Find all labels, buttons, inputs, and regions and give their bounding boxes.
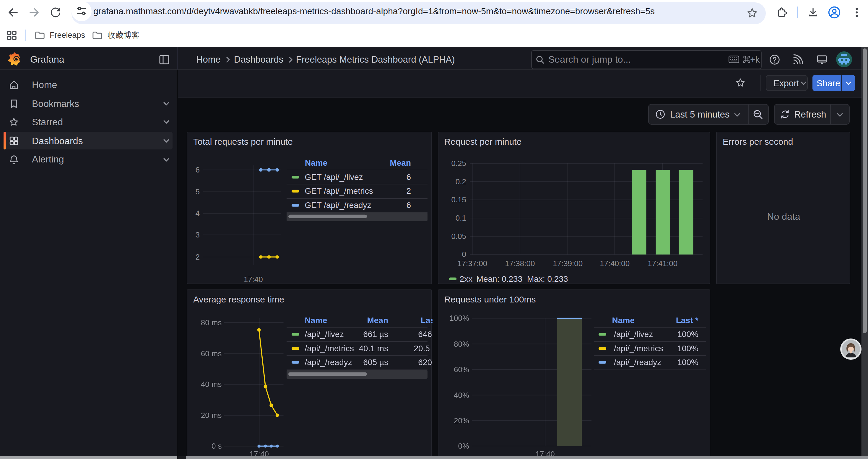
svg-text:100%: 100% — [677, 330, 699, 339]
svg-text:Name: Name — [612, 316, 634, 325]
svg-text:17:39:00: 17:39:00 — [553, 259, 582, 268]
svg-text:5: 5 — [195, 188, 200, 196]
svg-text:6: 6 — [195, 166, 200, 174]
svg-text:0.1: 0.1 — [455, 214, 466, 223]
svg-text:646 µs: 646 µs — [418, 330, 433, 339]
svg-text:Name: Name — [305, 316, 327, 325]
svg-text:40 ms: 40 ms — [201, 380, 222, 389]
svg-text:17:40: 17:40 — [244, 275, 263, 284]
svg-text:Last *: Last * — [676, 316, 698, 325]
svg-text:17:37:00: 17:37:00 — [457, 259, 487, 268]
svg-text:GET /api/_/metrics: GET /api/_/metrics — [305, 187, 373, 196]
svg-text:60%: 60% — [454, 365, 469, 374]
svg-text:100%: 100% — [677, 358, 699, 367]
svg-text:4: 4 — [195, 209, 200, 218]
svg-text:17:38:00: 17:38:00 — [505, 259, 535, 268]
svg-text:/api/_/livez: /api/_/livez — [614, 330, 653, 339]
svg-text:20 ms: 20 ms — [201, 411, 222, 420]
svg-text:0%: 0% — [458, 441, 469, 451]
svg-text:0 s: 0 s — [212, 441, 222, 451]
svg-text:80%: 80% — [454, 340, 469, 349]
svg-text:/api/_/readyz: /api/_/readyz — [305, 358, 352, 367]
svg-text:0: 0 — [462, 250, 466, 259]
svg-text:Max: 0.233: Max: 0.233 — [527, 275, 568, 284]
svg-text:17:41:00: 17:41:00 — [647, 259, 677, 268]
svg-text:Mean: Mean — [390, 159, 411, 168]
svg-text:60 ms: 60 ms — [201, 349, 222, 358]
svg-text:100%: 100% — [677, 344, 699, 353]
svg-text:Name: Name — [305, 159, 327, 168]
svg-text:GET /api/_/readyz: GET /api/_/readyz — [305, 201, 371, 210]
svg-text:Mean: 0.233: Mean: 0.233 — [476, 275, 522, 284]
svg-text:17:40:00: 17:40:00 — [599, 259, 629, 268]
svg-text:3: 3 — [195, 231, 200, 239]
svg-text:6: 6 — [406, 201, 411, 210]
svg-text:Mean: Mean — [367, 316, 388, 325]
svg-text:20.5 ms: 20.5 ms — [414, 344, 433, 353]
svg-text:605 µs: 605 µs — [363, 358, 388, 367]
svg-text:40.1 ms: 40.1 ms — [359, 344, 388, 353]
svg-text:2: 2 — [195, 253, 200, 262]
svg-text:20%: 20% — [454, 416, 469, 425]
svg-text:0.15: 0.15 — [451, 196, 466, 204]
svg-text:40%: 40% — [454, 391, 469, 400]
svg-text:0.2: 0.2 — [455, 177, 466, 186]
svg-text:GET /api/_/livez: GET /api/_/livez — [305, 173, 363, 182]
svg-text:80 ms: 80 ms — [201, 318, 222, 327]
svg-text:Last *: Last * — [421, 316, 433, 325]
svg-text:620 µs: 620 µs — [418, 358, 433, 367]
svg-text:100%: 100% — [450, 314, 469, 323]
svg-text:6: 6 — [406, 173, 411, 182]
svg-text:0.25: 0.25 — [451, 159, 466, 168]
svg-text:2: 2 — [406, 187, 411, 196]
svg-text:/api/_/metrics: /api/_/metrics — [614, 344, 663, 353]
svg-text:2xx: 2xx — [459, 275, 472, 284]
svg-text:/api/_/livez: /api/_/livez — [305, 330, 344, 339]
svg-text:0.05: 0.05 — [451, 232, 466, 241]
svg-text:661 µs: 661 µs — [363, 330, 388, 339]
svg-text:/api/_/metrics: /api/_/metrics — [305, 344, 354, 353]
svg-text:/api/_/readyz: /api/_/readyz — [614, 358, 661, 367]
